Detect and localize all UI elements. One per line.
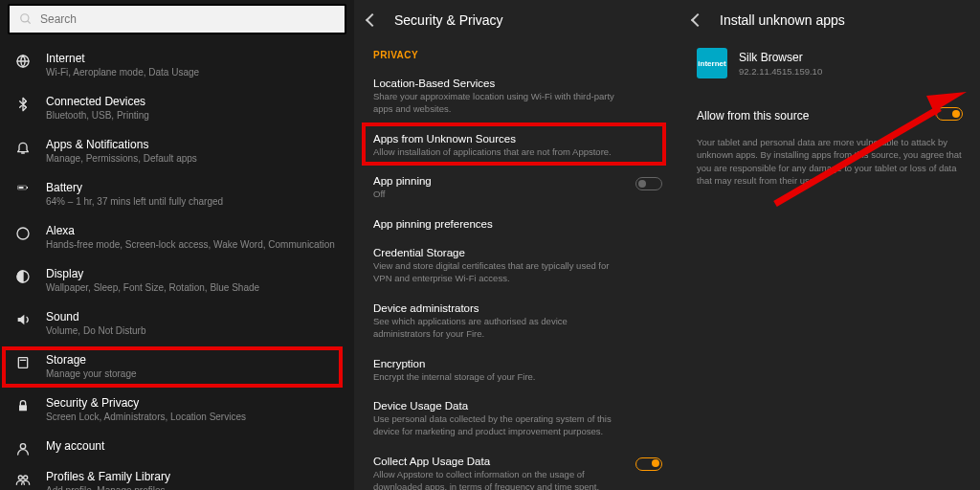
sidebar-item-storage[interactable]: Storage Manage your storage bbox=[0, 345, 354, 389]
sidebar-item-battery[interactable]: Battery 64% – 1 hr, 37 mins left until f… bbox=[0, 173, 354, 216]
lock-icon bbox=[15, 398, 31, 413]
sidebar-item-sound[interactable]: Sound Volume, Do Not Disturb bbox=[0, 302, 354, 345]
sound-icon bbox=[15, 312, 31, 327]
setting-sub: Off bbox=[373, 189, 660, 201]
allow-from-source-toggle[interactable] bbox=[936, 107, 963, 121]
sidebar-item-title: Battery bbox=[46, 181, 339, 194]
search-icon bbox=[19, 12, 33, 26]
sidebar-item-sub: Bluetooth, USB, Printing bbox=[46, 110, 339, 121]
sidebar-item-display[interactable]: Display Wallpaper, Sleep, Font Size, Rot… bbox=[0, 259, 354, 302]
globe-icon bbox=[15, 54, 31, 69]
sidebar-item-title: Connected Devices bbox=[46, 95, 339, 108]
sidebar-item-sub: Wi-Fi, Aeroplane mode, Data Usage bbox=[46, 67, 339, 78]
setting-sub: Encrypt the internal storage of your Fir… bbox=[373, 371, 660, 384]
setting-title: App pinning bbox=[373, 175, 660, 187]
sidebar-item-alexa[interactable]: Alexa Hands-free mode, Screen-lock acces… bbox=[0, 216, 354, 259]
svg-point-12 bbox=[18, 476, 22, 479]
setting-title: Credential Storage bbox=[373, 247, 660, 258]
batt-icon bbox=[15, 183, 31, 198]
sidebar-item-security-privacy[interactable]: Security & Privacy Screen Lock, Administ… bbox=[0, 389, 354, 432]
page-title: Install unknown apps bbox=[720, 12, 845, 28]
svg-rect-10 bbox=[19, 405, 27, 411]
search-bar[interactable] bbox=[8, 4, 346, 34]
sidebar-item-internet[interactable]: Internet Wi-Fi, Aeroplane mode, Data Usa… bbox=[0, 44, 354, 87]
sidebar-item-sub: Manage, Permissions, Default apps bbox=[46, 153, 339, 164]
sidebar-item-title: Storage bbox=[46, 353, 339, 367]
setting-title: Collect App Usage Data bbox=[373, 456, 660, 467]
setting-title: Device Usage Data bbox=[373, 400, 660, 412]
ring-icon bbox=[15, 226, 31, 241]
sidebar-item-title: Display bbox=[46, 267, 339, 280]
setting-title: App pinning preferences bbox=[373, 218, 660, 230]
setting-sub: Allow installation of applications that … bbox=[373, 146, 660, 159]
allow-from-source-row[interactable]: Allow from this source bbox=[679, 86, 980, 128]
install-unknown-header: Install unknown apps bbox=[679, 0, 980, 40]
app-name: Silk Browser bbox=[739, 51, 822, 64]
setting-device-usage-data[interactable]: Device Usage Data Use personal data coll… bbox=[354, 392, 679, 448]
sidebar-item-title: Alexa bbox=[46, 224, 339, 237]
setting-encryption[interactable]: Encryption Encrypt the internal storage … bbox=[354, 350, 679, 393]
sidebar-item-connected-devices[interactable]: Connected Devices Bluetooth, USB, Printi… bbox=[0, 87, 354, 130]
sidebar-item-title: My account bbox=[46, 439, 339, 453]
bt-icon bbox=[15, 97, 31, 112]
sidebar-item-sub: Manage your storage bbox=[46, 368, 339, 379]
setting-device-administrators[interactable]: Device administrators See which applicat… bbox=[354, 295, 679, 350]
store-icon bbox=[15, 355, 31, 370]
setting-sub: Share your approximate location using Wi… bbox=[373, 91, 660, 116]
back-icon[interactable] bbox=[691, 13, 704, 27]
svg-point-0 bbox=[21, 14, 29, 22]
svg-line-1 bbox=[28, 21, 31, 24]
svg-point-11 bbox=[20, 444, 25, 449]
setting-credential-storage[interactable]: Credential Storage View and store digita… bbox=[354, 239, 679, 295]
section-label-privacy: PRIVACY bbox=[354, 40, 679, 70]
security-privacy-header: Security & Privacy bbox=[354, 0, 679, 40]
toggle[interactable] bbox=[635, 457, 662, 471]
allow-from-source-label: Allow from this source bbox=[697, 109, 963, 122]
svg-point-13 bbox=[24, 476, 28, 479]
sidebar-item-title: Sound bbox=[46, 310, 339, 323]
settings-list: Internet Wi-Fi, Aeroplane mode, Data Usa… bbox=[0, 38, 354, 490]
sidebar-item-title: Security & Privacy bbox=[46, 396, 339, 410]
sidebar-item-sub: Hands-free mode, Screen-lock access, Wak… bbox=[46, 239, 339, 250]
app-version: 92.2.11.4515.159.10 bbox=[739, 66, 822, 77]
setting-apps-from-unknown-sources[interactable]: Apps from Unknown Sources Allow installa… bbox=[354, 125, 679, 168]
user-icon bbox=[15, 441, 31, 457]
sidebar-item-sub: Screen Lock, Administrators, Location Se… bbox=[46, 412, 339, 422]
sidebar-item-my-account[interactable]: My account bbox=[0, 432, 354, 462]
sidebar-item-title: Apps & Notifications bbox=[46, 138, 339, 151]
setting-app-pinning[interactable]: App pinning Off bbox=[354, 167, 679, 211]
svg-point-6 bbox=[17, 228, 29, 239]
group-icon bbox=[15, 472, 31, 487]
sidebar-item-apps-notifications[interactable]: Apps & Notifications Manage, Permissions… bbox=[0, 130, 354, 173]
sidebar-item-sub: Volume, Do Not Disturb bbox=[46, 325, 339, 336]
sidebar-item-title: Profiles & Family Library bbox=[46, 470, 339, 483]
setting-title: Location-Based Services bbox=[373, 78, 660, 89]
setting-collect-app-usage-data[interactable]: Collect App Usage Data Allow Appstore to… bbox=[354, 448, 679, 490]
sidebar-item-sub: 64% – 1 hr, 37 mins left until fully cha… bbox=[46, 196, 339, 207]
sidebar-item-profiles-family-library[interactable]: Profiles & Family Library Add profile, M… bbox=[0, 462, 354, 490]
setting-app-pinning-preferences[interactable]: App pinning preferences bbox=[354, 211, 679, 239]
back-icon[interactable] bbox=[366, 13, 379, 27]
svg-rect-4 bbox=[27, 187, 28, 189]
setting-sub: Allow Appstore to collect information on… bbox=[373, 469, 660, 490]
setting-title: Encryption bbox=[373, 358, 660, 369]
bell-icon bbox=[15, 140, 31, 155]
setting-sub: View and store digital certificates that… bbox=[373, 260, 660, 285]
disp-icon bbox=[15, 269, 31, 284]
silk-browser-icon: internet bbox=[697, 48, 727, 78]
toggle[interactable] bbox=[635, 177, 662, 190]
setting-sub: See which applications are authorised as… bbox=[373, 316, 660, 341]
unknown-apps-warning: Your tablet and personal data are more v… bbox=[679, 128, 980, 194]
sidebar-item-sub: Wallpaper, Sleep, Font Size, Rotation, B… bbox=[46, 282, 339, 293]
setting-title: Apps from Unknown Sources bbox=[373, 133, 660, 145]
svg-rect-8 bbox=[18, 358, 27, 368]
sidebar-item-sub: Add profile, Manage profiles bbox=[46, 485, 339, 490]
setting-sub: Use personal data collected by the opera… bbox=[373, 413, 660, 438]
setting-location-based-services[interactable]: Location-Based Services Share your appro… bbox=[354, 70, 679, 125]
sidebar-item-title: Internet bbox=[46, 52, 339, 65]
svg-rect-5 bbox=[19, 187, 24, 189]
app-row: internet Silk Browser 92.2.11.4515.159.1… bbox=[679, 40, 980, 86]
setting-title: Device administrators bbox=[373, 302, 660, 314]
search-input[interactable] bbox=[40, 12, 335, 26]
page-title: Security & Privacy bbox=[394, 12, 503, 28]
